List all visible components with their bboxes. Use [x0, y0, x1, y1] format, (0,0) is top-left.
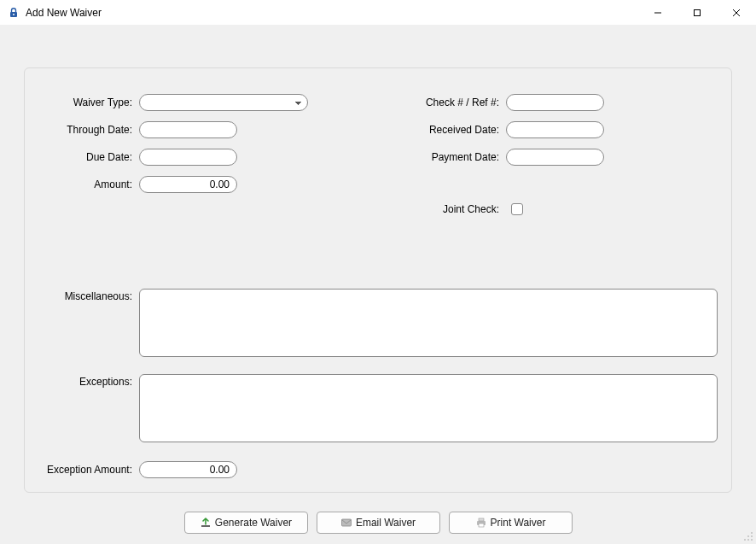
label-waiver-type: Waiver Type: [37, 97, 139, 108]
row-amount: Amount: [37, 176, 237, 193]
received-date-input[interactable] [506, 121, 604, 138]
svg-rect-9 [479, 518, 484, 521]
svg-point-14 [744, 539, 746, 541]
generate-waiver-label: Generate Waiver [215, 517, 292, 529]
label-through-date: Through Date: [37, 124, 139, 136]
svg-rect-10 [479, 524, 484, 527]
resize-grip[interactable] [742, 530, 754, 542]
email-waiver-button[interactable]: Email Waiver [317, 512, 440, 534]
label-received-date: Received Date: [378, 124, 506, 136]
generate-waiver-button[interactable]: Generate Waiver [184, 512, 308, 534]
upload-icon [200, 517, 212, 529]
close-button[interactable] [717, 0, 756, 26]
row-waiver-type: Waiver Type: [37, 94, 308, 111]
row-received-date: Received Date: [378, 121, 604, 138]
label-exceptions: Exceptions: [37, 374, 139, 388]
svg-rect-7 [341, 519, 351, 526]
svg-point-13 [751, 535, 753, 537]
svg-point-15 [747, 539, 749, 541]
row-joint-check: Joint Check: [378, 203, 523, 215]
window-controls [638, 0, 756, 25]
through-date-input[interactable] [139, 121, 237, 138]
button-bar: Generate Waiver Email Waiver Print Waive… [0, 512, 756, 534]
printer-icon [475, 517, 487, 529]
joint-check-checkbox[interactable] [511, 203, 523, 215]
print-waiver-button[interactable]: Print Waiver [449, 512, 573, 534]
label-amount: Amount: [37, 178, 139, 190]
due-date-input[interactable] [139, 149, 237, 166]
label-joint-check: Joint Check: [378, 203, 506, 215]
row-due-date: Due Date: [37, 149, 237, 166]
row-check-ref: Check # / Ref #: [378, 94, 604, 111]
maximize-button[interactable] [677, 0, 717, 26]
label-check-ref: Check # / Ref #: [378, 97, 506, 108]
row-through-date: Through Date: [37, 121, 237, 138]
label-miscellaneous: Miscellaneous: [37, 289, 139, 302]
svg-point-16 [751, 539, 753, 541]
email-waiver-label: Email Waiver [356, 517, 416, 529]
svg-rect-3 [695, 10, 701, 16]
svg-point-12 [747, 535, 749, 537]
exceptions-textarea[interactable] [139, 374, 718, 442]
client-area: Waiver Type: Through Date: Due Date: Amo… [0, 26, 756, 544]
row-miscellaneous: Miscellaneous: [37, 289, 718, 357]
svg-point-1 [13, 14, 15, 15]
waiver-type-select[interactable] [139, 94, 308, 111]
print-waiver-label: Print Waiver [491, 517, 546, 529]
miscellaneous-textarea[interactable] [139, 289, 718, 357]
minimize-button[interactable] [638, 0, 677, 26]
row-payment-date: Payment Date: [378, 149, 604, 166]
amount-input[interactable] [139, 176, 237, 193]
payment-date-input[interactable] [506, 149, 604, 166]
form-group: Waiver Type: Through Date: Due Date: Amo… [24, 67, 732, 493]
svg-point-11 [751, 532, 753, 534]
label-payment-date: Payment Date: [378, 151, 506, 163]
label-exception-amount: Exception Amount: [37, 464, 139, 476]
svg-rect-6 [201, 525, 210, 527]
row-exception-amount: Exception Amount: [37, 461, 237, 478]
label-due-date: Due Date: [37, 151, 139, 163]
lock-icon [7, 6, 20, 20]
envelope-icon [340, 517, 352, 529]
check-ref-input[interactable] [506, 94, 604, 111]
exception-amount-input[interactable] [139, 461, 237, 478]
window-title: Add New Waiver [26, 7, 102, 19]
row-exceptions: Exceptions: [37, 374, 718, 442]
titlebar: Add New Waiver [0, 0, 756, 26]
